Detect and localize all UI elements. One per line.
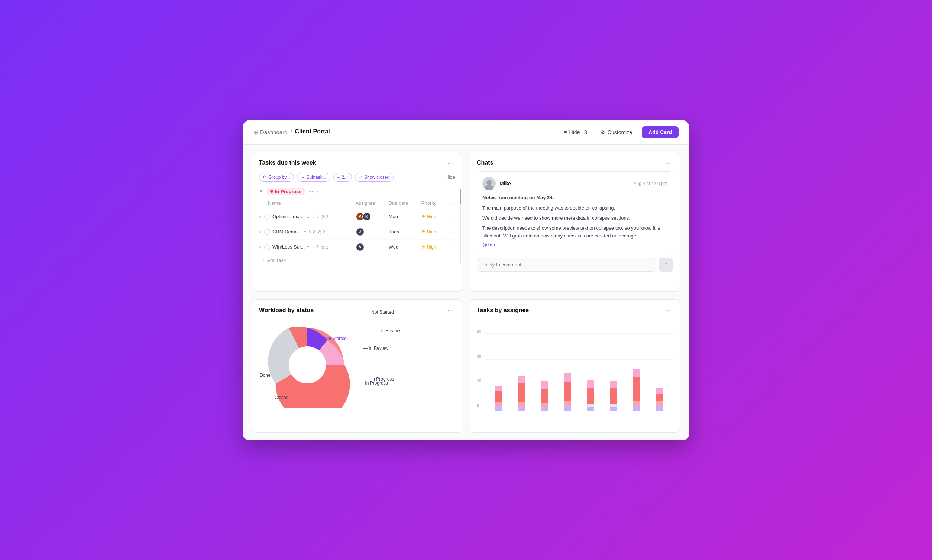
- priority-label: High: [427, 214, 436, 219]
- task-meta: ≡ ↳ 3 @ 2: [307, 245, 328, 249]
- tasks-card: Tasks due this week ··· ⟳ Group by... ↳ …: [252, 152, 462, 292]
- filter-icon: ≡: [337, 175, 340, 180]
- group-by-filter[interactable]: ⟳ Group by...: [259, 173, 294, 182]
- chat-reply-input[interactable]: [477, 258, 656, 272]
- chats-more-button[interactable]: ···: [663, 158, 673, 168]
- col-add[interactable]: +: [445, 198, 458, 209]
- task-expand-icon[interactable]: ▶: [259, 230, 262, 234]
- task-expand-icon[interactable]: ▶: [259, 245, 262, 249]
- task-status-circle[interactable]: [264, 244, 270, 250]
- chat-reply-row: ↑: [477, 257, 673, 272]
- chats-card: Chats ···: [470, 152, 680, 292]
- task-status-circle[interactable]: [264, 214, 270, 220]
- add-card-button[interactable]: Add Card: [642, 126, 678, 138]
- bar-group: [604, 381, 623, 411]
- row-more-button[interactable]: ···: [448, 244, 452, 250]
- task-subtask-icon: ≡: [304, 230, 306, 234]
- show-closed-filter[interactable]: ✓ Show closed: [355, 173, 394, 182]
- avatar: J: [355, 228, 364, 236]
- bar-group: [558, 373, 577, 411]
- group-add-button[interactable]: +: [316, 188, 320, 195]
- bar-segment: [518, 383, 525, 402]
- task-name-cell: ▶ Optimize mar... ≡ ↳ 3 @ 2: [259, 214, 350, 220]
- customize-button[interactable]: ⚙ Customize: [597, 127, 636, 137]
- add-task-icon: +: [262, 257, 265, 263]
- bar-stack: [558, 373, 577, 411]
- num-filter[interactable]: ≡ 2...: [333, 173, 352, 182]
- group-more-button[interactable]: ···: [308, 188, 313, 195]
- bar-stack: [535, 381, 554, 411]
- main-content: Tasks due this week ··· ⟳ Group by... ↳ …: [243, 145, 689, 440]
- bar-segment: [495, 402, 502, 406]
- chat-user-row: Mike Aug 4 at 4:00 pm: [482, 177, 667, 190]
- assignee-more-button[interactable]: ···: [663, 305, 673, 315]
- task-subtask-count: ↳ 3: [308, 229, 315, 234]
- bar-stack: [627, 369, 646, 411]
- assignee-card: Tasks by assignee ··· 60 40 20 0: [470, 299, 680, 432]
- task-expand-icon[interactable]: ▶: [259, 214, 262, 218]
- y-label-40: 40: [477, 354, 481, 358]
- task-name[interactable]: Optimize mar...: [272, 214, 305, 219]
- bar-group: [535, 381, 554, 411]
- bar-chart-wrapper: 60 40 20 0: [477, 322, 673, 411]
- bar-stack: [650, 388, 669, 411]
- due-date-cell: Mon: [386, 209, 418, 224]
- status-label: In Progress: [275, 189, 302, 194]
- task-subtask-icon: ≡: [307, 214, 309, 219]
- workload-more-button[interactable]: ···: [445, 305, 455, 315]
- subtask-filter[interactable]: ↳ Subtask...: [297, 173, 330, 182]
- row-more-button[interactable]: ···: [448, 214, 452, 219]
- task-name[interactable]: Win/Loss Sur...: [272, 244, 305, 250]
- bar-stack: [512, 376, 531, 411]
- priority-label: High: [427, 245, 436, 250]
- pie-legend: — Not Started — In Review — In Progress: [359, 329, 455, 398]
- status-badge: In Progress: [266, 188, 306, 195]
- tasks-more-button[interactable]: ···: [445, 158, 455, 168]
- bar-segment: [633, 369, 640, 377]
- dashboard-label[interactable]: Dashboard: [260, 129, 287, 135]
- task-subtask-count: ↳ 3: [312, 214, 318, 219]
- bar-segment: [656, 388, 663, 394]
- chat-mention[interactable]: @Tan: [482, 242, 667, 248]
- row-more-button[interactable]: ···: [448, 229, 452, 234]
- workload-body: — Not Started — In Review — In Progress: [252, 318, 462, 410]
- group-arrow-icon[interactable]: ▼: [259, 189, 263, 194]
- priority-badge: ⚑ High: [421, 245, 442, 250]
- hide-tasks-button[interactable]: Hide: [445, 174, 455, 180]
- chats-card-title: Chats: [477, 159, 493, 166]
- breadcrumb-dashboard[interactable]: ⊞ Dashboard: [254, 129, 287, 135]
- send-icon: ↑: [664, 261, 667, 268]
- chat-message-block: Mike Aug 4 at 4:00 pm Notes from meeting…: [477, 171, 673, 254]
- task-name[interactable]: CRM Demo...: [272, 229, 302, 234]
- table-row: ▶ Win/Loss Sur... ≡ ↳ 3 @ 2: [256, 239, 458, 255]
- bar-segment: [541, 381, 548, 389]
- avatar: A: [355, 243, 364, 252]
- scroll-thumb[interactable]: [460, 189, 461, 204]
- due-date-cell: Tues: [386, 224, 418, 239]
- task-status-circle[interactable]: [264, 229, 270, 235]
- chat-send-button[interactable]: ↑: [659, 257, 673, 272]
- group-by-icon: ⟳: [263, 175, 266, 180]
- y-axis: 60 40 20 0: [477, 329, 485, 408]
- bar-segment: [587, 380, 594, 388]
- priority-flag-icon: ⚑: [421, 245, 426, 250]
- priority-flag-icon: ⚑: [421, 214, 426, 219]
- grid-line-bottom: [485, 411, 673, 411]
- add-task-row[interactable]: + Add task: [256, 255, 458, 266]
- assignee-avatars: A: [355, 243, 383, 252]
- bar-segment: [587, 404, 594, 407]
- bar-segment: [564, 401, 571, 406]
- bar-segment: [564, 373, 571, 382]
- assignee-avatars: M K: [355, 212, 383, 221]
- bar-segment: [656, 401, 663, 406]
- table-row: ▶ Optimize mar... ≡ ↳ 3 @ 2: [256, 209, 458, 224]
- hide-button[interactable]: ≡ Hide · 3: [560, 127, 591, 137]
- user-name: Mike: [500, 181, 511, 186]
- breadcrumb-separator: /: [290, 129, 292, 135]
- bar-segment: [495, 406, 502, 411]
- task-comment-icon: @ 2: [317, 230, 325, 234]
- bar-chart-body: 60 40 20 0: [470, 318, 680, 417]
- subtask-icon: ↳: [301, 175, 305, 180]
- dashboard-icon: ⊞: [254, 129, 258, 135]
- group-header: ▼ In Progress ··· +: [256, 185, 458, 198]
